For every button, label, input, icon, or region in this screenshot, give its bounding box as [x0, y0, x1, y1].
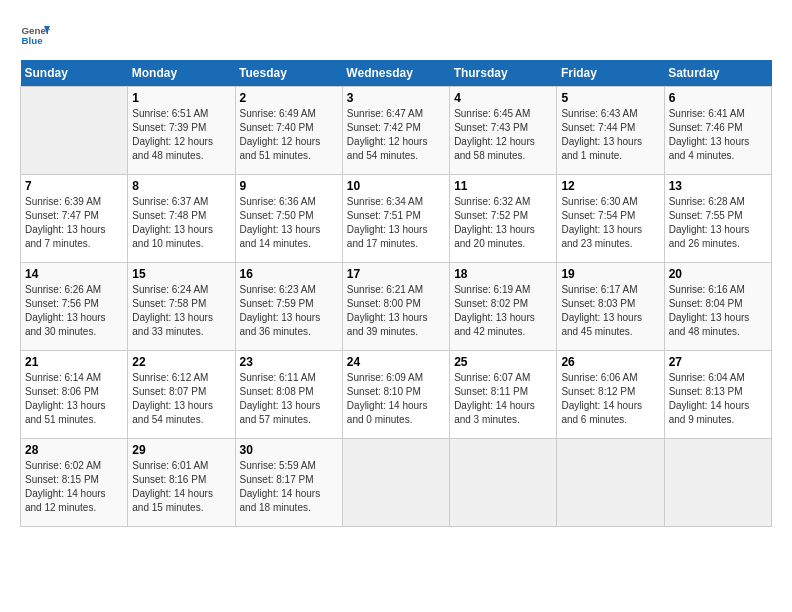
calendar-cell: 9 Sunrise: 6:36 AMSunset: 7:50 PMDayligh… [235, 175, 342, 263]
logo: General Blue [20, 20, 50, 50]
calendar-week-2: 7 Sunrise: 6:39 AMSunset: 7:47 PMDayligh… [21, 175, 772, 263]
weekday-header-friday: Friday [557, 60, 664, 87]
day-info: Sunrise: 6:02 AMSunset: 8:15 PMDaylight:… [25, 459, 123, 515]
day-number: 15 [132, 267, 230, 281]
day-number: 7 [25, 179, 123, 193]
day-info: Sunrise: 6:36 AMSunset: 7:50 PMDaylight:… [240, 195, 338, 251]
day-number: 19 [561, 267, 659, 281]
day-number: 23 [240, 355, 338, 369]
day-info: Sunrise: 6:49 AMSunset: 7:40 PMDaylight:… [240, 107, 338, 163]
day-info: Sunrise: 6:04 AMSunset: 8:13 PMDaylight:… [669, 371, 767, 427]
calendar-cell: 20 Sunrise: 6:16 AMSunset: 8:04 PMDaylig… [664, 263, 771, 351]
day-number: 25 [454, 355, 552, 369]
calendar-cell: 17 Sunrise: 6:21 AMSunset: 8:00 PMDaylig… [342, 263, 449, 351]
calendar-cell [21, 87, 128, 175]
calendar-cell [557, 439, 664, 527]
day-number: 28 [25, 443, 123, 457]
calendar-cell: 6 Sunrise: 6:41 AMSunset: 7:46 PMDayligh… [664, 87, 771, 175]
calendar-cell [450, 439, 557, 527]
calendar-cell: 16 Sunrise: 6:23 AMSunset: 7:59 PMDaylig… [235, 263, 342, 351]
day-info: Sunrise: 6:51 AMSunset: 7:39 PMDaylight:… [132, 107, 230, 163]
calendar-body: 1 Sunrise: 6:51 AMSunset: 7:39 PMDayligh… [21, 87, 772, 527]
day-number: 11 [454, 179, 552, 193]
calendar-cell: 28 Sunrise: 6:02 AMSunset: 8:15 PMDaylig… [21, 439, 128, 527]
day-info: Sunrise: 6:26 AMSunset: 7:56 PMDaylight:… [25, 283, 123, 339]
calendar-cell: 18 Sunrise: 6:19 AMSunset: 8:02 PMDaylig… [450, 263, 557, 351]
day-number: 10 [347, 179, 445, 193]
calendar-header: SundayMondayTuesdayWednesdayThursdayFrid… [21, 60, 772, 87]
calendar-cell: 23 Sunrise: 6:11 AMSunset: 8:08 PMDaylig… [235, 351, 342, 439]
day-number: 24 [347, 355, 445, 369]
day-number: 27 [669, 355, 767, 369]
day-info: Sunrise: 6:23 AMSunset: 7:59 PMDaylight:… [240, 283, 338, 339]
calendar-cell: 19 Sunrise: 6:17 AMSunset: 8:03 PMDaylig… [557, 263, 664, 351]
calendar-cell: 8 Sunrise: 6:37 AMSunset: 7:48 PMDayligh… [128, 175, 235, 263]
weekday-header-wednesday: Wednesday [342, 60, 449, 87]
day-number: 29 [132, 443, 230, 457]
day-info: Sunrise: 6:01 AMSunset: 8:16 PMDaylight:… [132, 459, 230, 515]
day-number: 3 [347, 91, 445, 105]
day-info: Sunrise: 6:12 AMSunset: 8:07 PMDaylight:… [132, 371, 230, 427]
calendar-cell: 14 Sunrise: 6:26 AMSunset: 7:56 PMDaylig… [21, 263, 128, 351]
day-number: 4 [454, 91, 552, 105]
calendar-cell: 11 Sunrise: 6:32 AMSunset: 7:52 PMDaylig… [450, 175, 557, 263]
day-info: Sunrise: 6:16 AMSunset: 8:04 PMDaylight:… [669, 283, 767, 339]
day-number: 20 [669, 267, 767, 281]
day-info: Sunrise: 6:19 AMSunset: 8:02 PMDaylight:… [454, 283, 552, 339]
day-info: Sunrise: 6:21 AMSunset: 8:00 PMDaylight:… [347, 283, 445, 339]
calendar-week-4: 21 Sunrise: 6:14 AMSunset: 8:06 PMDaylig… [21, 351, 772, 439]
calendar-cell [664, 439, 771, 527]
day-info: Sunrise: 6:14 AMSunset: 8:06 PMDaylight:… [25, 371, 123, 427]
day-info: Sunrise: 6:45 AMSunset: 7:43 PMDaylight:… [454, 107, 552, 163]
day-info: Sunrise: 6:09 AMSunset: 8:10 PMDaylight:… [347, 371, 445, 427]
day-number: 22 [132, 355, 230, 369]
calendar-cell: 3 Sunrise: 6:47 AMSunset: 7:42 PMDayligh… [342, 87, 449, 175]
calendar-week-3: 14 Sunrise: 6:26 AMSunset: 7:56 PMDaylig… [21, 263, 772, 351]
weekday-header-saturday: Saturday [664, 60, 771, 87]
day-number: 8 [132, 179, 230, 193]
day-number: 6 [669, 91, 767, 105]
day-number: 9 [240, 179, 338, 193]
day-info: Sunrise: 6:37 AMSunset: 7:48 PMDaylight:… [132, 195, 230, 251]
calendar-cell: 29 Sunrise: 6:01 AMSunset: 8:16 PMDaylig… [128, 439, 235, 527]
calendar-cell: 13 Sunrise: 6:28 AMSunset: 7:55 PMDaylig… [664, 175, 771, 263]
day-info: Sunrise: 6:28 AMSunset: 7:55 PMDaylight:… [669, 195, 767, 251]
calendar-cell: 25 Sunrise: 6:07 AMSunset: 8:11 PMDaylig… [450, 351, 557, 439]
calendar-cell: 30 Sunrise: 5:59 AMSunset: 8:17 PMDaylig… [235, 439, 342, 527]
day-info: Sunrise: 6:30 AMSunset: 7:54 PMDaylight:… [561, 195, 659, 251]
calendar-cell: 21 Sunrise: 6:14 AMSunset: 8:06 PMDaylig… [21, 351, 128, 439]
calendar-cell: 15 Sunrise: 6:24 AMSunset: 7:58 PMDaylig… [128, 263, 235, 351]
day-info: Sunrise: 6:43 AMSunset: 7:44 PMDaylight:… [561, 107, 659, 163]
day-info: Sunrise: 6:47 AMSunset: 7:42 PMDaylight:… [347, 107, 445, 163]
weekday-header-monday: Monday [128, 60, 235, 87]
day-number: 26 [561, 355, 659, 369]
day-number: 13 [669, 179, 767, 193]
calendar-cell: 12 Sunrise: 6:30 AMSunset: 7:54 PMDaylig… [557, 175, 664, 263]
calendar-cell: 5 Sunrise: 6:43 AMSunset: 7:44 PMDayligh… [557, 87, 664, 175]
calendar-cell [342, 439, 449, 527]
calendar-cell: 7 Sunrise: 6:39 AMSunset: 7:47 PMDayligh… [21, 175, 128, 263]
day-number: 30 [240, 443, 338, 457]
day-number: 14 [25, 267, 123, 281]
calendar-week-5: 28 Sunrise: 6:02 AMSunset: 8:15 PMDaylig… [21, 439, 772, 527]
page-header: General Blue [20, 20, 772, 50]
calendar-cell: 2 Sunrise: 6:49 AMSunset: 7:40 PMDayligh… [235, 87, 342, 175]
day-number: 2 [240, 91, 338, 105]
weekday-header-thursday: Thursday [450, 60, 557, 87]
calendar-cell: 27 Sunrise: 6:04 AMSunset: 8:13 PMDaylig… [664, 351, 771, 439]
calendar-table: SundayMondayTuesdayWednesdayThursdayFrid… [20, 60, 772, 527]
day-info: Sunrise: 6:41 AMSunset: 7:46 PMDaylight:… [669, 107, 767, 163]
svg-text:Blue: Blue [22, 35, 44, 46]
day-number: 12 [561, 179, 659, 193]
calendar-cell: 10 Sunrise: 6:34 AMSunset: 7:51 PMDaylig… [342, 175, 449, 263]
day-info: Sunrise: 6:24 AMSunset: 7:58 PMDaylight:… [132, 283, 230, 339]
day-number: 21 [25, 355, 123, 369]
day-number: 16 [240, 267, 338, 281]
day-number: 5 [561, 91, 659, 105]
day-info: Sunrise: 5:59 AMSunset: 8:17 PMDaylight:… [240, 459, 338, 515]
day-info: Sunrise: 6:39 AMSunset: 7:47 PMDaylight:… [25, 195, 123, 251]
weekday-header-tuesday: Tuesday [235, 60, 342, 87]
day-info: Sunrise: 6:34 AMSunset: 7:51 PMDaylight:… [347, 195, 445, 251]
day-number: 1 [132, 91, 230, 105]
calendar-cell: 22 Sunrise: 6:12 AMSunset: 8:07 PMDaylig… [128, 351, 235, 439]
